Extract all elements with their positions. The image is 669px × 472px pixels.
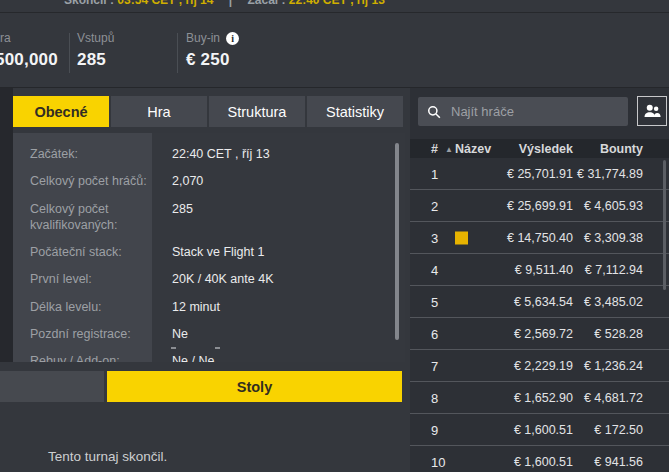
info-row: Délka levelu: 12 minut: [13, 299, 405, 315]
started-label: Začal :: [247, 0, 285, 7]
stat-buyin: Buy-in i € 250: [186, 31, 239, 70]
info-row-label: Rebuy / Add-on:: [30, 353, 172, 362]
players-table-body: 1 JustOneTi... € 25,701.91 € 31,774.89 2…: [410, 158, 669, 472]
meta-separator: |: [229, 0, 232, 7]
tournament-info-panel: Začátek: 22:40 CET , říj 13 Celkový poče…: [13, 133, 405, 362]
sort-asc-icon[interactable]: ▲: [445, 144, 453, 153]
left-button[interactable]: [0, 371, 104, 402]
table-row[interactable]: 7 Sacracorona € 2,229.19 € 1,236.24: [410, 350, 669, 382]
table-row[interactable]: 3 turbohr... € 14,750.40 € 3,309.38: [410, 222, 669, 254]
info-row: Celkový počet kvalifikovaných: 285: [13, 201, 405, 234]
header-name[interactable]: Název: [455, 142, 491, 156]
info-row-label: Začátek:: [30, 146, 172, 162]
table-row[interactable]: 8 PiruPiruPiru € 1,652.90 € 4,681.72: [410, 382, 669, 414]
ended-value: 03:54 CET , říj 14: [117, 0, 213, 7]
info-row-label: Pozdní registrace:: [30, 326, 172, 342]
players-icon: [643, 104, 661, 118]
entries-value: 285: [77, 50, 114, 70]
top-divider: [0, 12, 669, 13]
search-icon: [427, 105, 441, 119]
table-row[interactable]: 5 ifib6willub9 € 5,634.54 € 3,485.02: [410, 286, 669, 318]
info-row: Rebuy / Add-on: Ne / Ne: [13, 353, 405, 362]
info-row-value: 2,070: [172, 173, 203, 189]
info-panel-scrollbar[interactable]: [395, 143, 399, 340]
buyin-label: Buy-in: [186, 31, 220, 45]
header-result[interactable]: Výsledek: [519, 142, 573, 156]
stat-divider: [177, 33, 178, 73]
entries-label: Vstupů: [77, 31, 114, 45]
table-row[interactable]: 4 VaLaVerAn... € 9,511.40 € 7,112.94: [410, 254, 669, 286]
tabs: Obecné HraStrukturaStatistiky: [13, 96, 403, 127]
tab-statistiky[interactable]: Statistiky: [307, 96, 403, 127]
info-row-label: Celkový počet kvalifikovaných:: [30, 201, 172, 234]
info-row-label: Počáteční stack:: [30, 244, 172, 260]
info-row-label: Délka levelu:: [30, 299, 172, 315]
left-edge-strip: [0, 88, 13, 362]
table-row[interactable]: 6 Petd3tective € 2,569.72 € 528.28: [410, 318, 669, 350]
prize-label: ra: [0, 31, 58, 45]
ended-label: Skončil :: [64, 0, 114, 7]
info-row-value: 22:40 CET , říj 13: [172, 146, 270, 162]
info-row-value: 20K / 40K ante 4K: [172, 271, 273, 287]
info-row-value: Ne: [172, 326, 188, 342]
players-table-header: # ▲ Název Výsledek Bounty: [410, 139, 669, 158]
player-flag-icon: [455, 231, 468, 244]
info-row: První level: 20K / 40K ante 4K: [13, 271, 405, 287]
info-row-value: 12 minut: [172, 299, 220, 315]
table-row[interactable]: 10 Run0ut24 € 1,600.51 € 941.56: [410, 446, 669, 472]
stat-prize: ra 500,000: [0, 31, 58, 70]
table-row[interactable]: 9 gogoyo8 € 1,600.51 € 172.50: [410, 414, 669, 446]
search-input[interactable]: [449, 103, 603, 120]
stat-entries: Vstupů 285: [77, 31, 114, 70]
tournament-lobby-window: Skončil : 03:54 CET , říj 14 | Začal : 2…: [0, 0, 669, 472]
table-scrollbar[interactable]: [663, 160, 666, 290]
table-row[interactable]: 2 VALARMQ... € 25,699.91 € 4,605.93: [410, 190, 669, 222]
tables-button[interactable]: Stoly: [107, 371, 402, 402]
header-rank[interactable]: #: [431, 142, 438, 156]
find-players-button[interactable]: [637, 96, 667, 126]
prize-value: 500,000: [0, 50, 58, 70]
tab-obecne[interactable]: Obecné: [13, 96, 109, 127]
clipped-next-row: [171, 347, 176, 349]
info-rows: Začátek: 22:40 CET , říj 13 Celkový poče…: [13, 133, 405, 362]
started-value: 22:40 CET , říj 13: [289, 0, 385, 7]
info-row-label: První level:: [30, 271, 172, 287]
stat-divider: [69, 33, 70, 73]
info-row: Celkový počet hráčů: 2,070: [13, 173, 405, 189]
tournament-status-text: Tento turnaj skončil.: [48, 449, 167, 464]
info-row-label: Celkový počet hráčů:: [30, 173, 172, 189]
info-row-value: Stack ve Flight 1: [172, 244, 264, 260]
player-search: [418, 97, 628, 126]
info-row-value: Ne / Ne: [172, 353, 214, 362]
tab-hra[interactable]: Hra: [111, 96, 207, 127]
buyin-value: € 250: [186, 50, 239, 70]
tab-struktura[interactable]: Struktura: [209, 96, 305, 127]
header-bounty[interactable]: Bounty: [600, 142, 643, 156]
players-pane: # ▲ Název Výsledek Bounty 1 JustOneTi...…: [410, 88, 669, 472]
info-icon[interactable]: i: [226, 32, 239, 45]
info-row: Počáteční stack: Stack ve Flight 1: [13, 244, 405, 260]
clipped-next-row: [215, 347, 220, 349]
info-row: Začátek: 22:40 CET , říj 13: [13, 146, 405, 162]
info-row: Pozdní registrace: Ne: [13, 326, 405, 342]
info-row-value: 285: [172, 201, 193, 217]
tournament-times-header: Skončil : 03:54 CET , říj 14 | Začal : 2…: [64, 0, 385, 7]
table-row[interactable]: 1 JustOneTi... € 25,701.91 € 31,774.89: [410, 158, 669, 190]
